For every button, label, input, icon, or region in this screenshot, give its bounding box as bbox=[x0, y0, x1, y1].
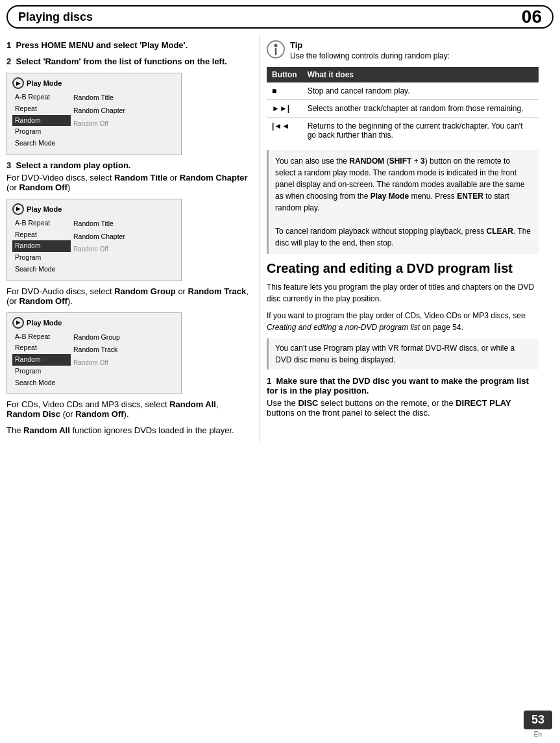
svg-point-1 bbox=[274, 44, 278, 47]
menu-left-2: A-B Repeat Repeat Random Program Search … bbox=[12, 218, 71, 275]
menu-right-item-title-2: Random Title bbox=[73, 218, 176, 231]
step-2-text: Select 'Random' from the list of functio… bbox=[16, 57, 226, 66]
menu-item-random-2: Random bbox=[12, 240, 71, 252]
section-text-2: If you want to program the play order of… bbox=[267, 310, 539, 333]
screenshot-1-label: Play Mode bbox=[27, 79, 62, 87]
table-cell-stop-desc: Stop and cancel random play. bbox=[302, 82, 539, 100]
menu-right-item-group: Random Group bbox=[73, 331, 176, 344]
tip-text: Use the following controls during random… bbox=[290, 51, 450, 60]
menu-item-program-1: Program bbox=[12, 126, 71, 138]
menu-item-search-2: Search Mode bbox=[12, 264, 71, 275]
left-column: 1 Press HOME MENU and select 'Play Mode'… bbox=[6, 34, 260, 442]
menu-right-1: Random Title Random Chapter Random Off bbox=[71, 92, 176, 149]
menu-right-item-chapter-1: Random Chapter bbox=[73, 105, 176, 118]
page-number: 53 bbox=[524, 711, 552, 729]
table-row-skip-back: |◄◄ Returns to the beginning of the curr… bbox=[267, 118, 539, 144]
screenshot-2-header: ▶ Play Mode bbox=[12, 203, 176, 215]
screenshot-2: ▶ Play Mode A-B Repeat Repeat Random Pro… bbox=[6, 199, 182, 281]
screenshot-3-content: A-B Repeat Repeat Random Program Search … bbox=[12, 331, 176, 389]
menu-left-1: A-B Repeat Repeat Random Program Search … bbox=[12, 92, 71, 149]
random-mode-note: You can also use the RANDOM (SHIFT + 3) … bbox=[267, 150, 539, 254]
menu-item-random-1: Random bbox=[12, 115, 71, 127]
page-header: Playing discs 06 bbox=[6, 5, 554, 29]
step-3-dvd-video: For DVD-Video discs, select Random Title… bbox=[6, 173, 249, 192]
right-step-1-text: Use the DISC select buttons on the remot… bbox=[267, 398, 539, 418]
chapter-number: 06 bbox=[522, 6, 542, 27]
menu-right-3: Random Group Random Track Random Off bbox=[71, 331, 176, 389]
dvd-audio-text: For DVD-Audio discs, select Random Group… bbox=[6, 286, 249, 306]
play-mode-icon-2: ▶ bbox=[12, 203, 24, 215]
tip-content: Tip Use the following controls during ra… bbox=[290, 40, 450, 60]
language-label: En bbox=[534, 731, 542, 738]
table-cell-skip-back-icon: |◄◄ bbox=[267, 118, 302, 144]
menu-right-item-off-2: Random Off bbox=[73, 243, 176, 255]
step-3: 3 Select a random play option. For DVD-V… bbox=[6, 160, 249, 192]
screenshot-3-header: ▶ Play Mode bbox=[12, 317, 176, 329]
random-all-note: The Random All function ignores DVDs loa… bbox=[6, 425, 249, 435]
section-text-1: This feature lets you program the play o… bbox=[267, 281, 539, 305]
menu-left-3: A-B Repeat Repeat Random Program Search … bbox=[12, 331, 71, 389]
main-content: 1 Press HOME MENU and select 'Play Mode'… bbox=[0, 34, 560, 442]
menu-item-random-3: Random bbox=[12, 354, 71, 366]
table-cell-skip-forward-desc: Selects another track/chapter at random … bbox=[302, 100, 539, 118]
caution-note: You can't use Program play with VR forma… bbox=[267, 338, 539, 370]
table-cell-skip-back-desc: Returns to the beginning of the current … bbox=[302, 118, 539, 144]
random-note-p2: To cancel random playback without stoppi… bbox=[275, 225, 532, 249]
menu-right-item-off-3: Random Off bbox=[73, 357, 176, 369]
screenshot-1-header: ▶ Play Mode bbox=[12, 77, 176, 89]
menu-item-repeat-2: Repeat bbox=[12, 229, 71, 241]
page-title: Playing discs bbox=[18, 10, 93, 24]
right-column: Tip Use the following controls during ra… bbox=[260, 34, 539, 442]
screenshot-3-label: Play Mode bbox=[27, 319, 62, 327]
menu-item-repeat-1: Repeat bbox=[12, 103, 71, 115]
step-3-title: 3 Select a random play option. bbox=[6, 160, 249, 170]
menu-item-search-1: Search Mode bbox=[12, 138, 71, 149]
tip-icon bbox=[267, 40, 285, 58]
right-step-1-num: 1 Make sure that the DVD disc you want t… bbox=[267, 376, 529, 396]
page-footer: 53 En bbox=[524, 711, 552, 738]
table-row-stop: ■ Stop and cancel random play. bbox=[267, 82, 539, 100]
menu-item-ab-repeat-1: A-B Repeat bbox=[12, 92, 71, 103]
menu-item-search-3: Search Mode bbox=[12, 377, 71, 389]
table-cell-skip-forward-icon: ►►| bbox=[267, 100, 302, 118]
screenshot-1: ▶ Play Mode A-B Repeat Repeat Random Pro… bbox=[6, 73, 182, 155]
menu-item-program-3: Program bbox=[12, 366, 71, 377]
play-mode-icon-3: ▶ bbox=[12, 317, 24, 329]
table-col-button: Button bbox=[267, 67, 302, 82]
cds-text: For CDs, Video CDs and MP3 discs, select… bbox=[6, 399, 249, 419]
play-mode-icon-1: ▶ bbox=[12, 77, 24, 89]
step-1-text: Press HOME MENU and select 'Play Mode'. bbox=[16, 40, 188, 50]
section-heading: Creating and editing a DVD program list bbox=[267, 260, 539, 276]
menu-item-program-2: Program bbox=[12, 252, 71, 264]
screenshot-2-content: A-B Repeat Repeat Random Program Search … bbox=[12, 218, 176, 275]
menu-right-item-track: Random Track bbox=[73, 344, 176, 357]
screenshot-2-label: Play Mode bbox=[27, 205, 62, 213]
tip-box: Tip Use the following controls during ra… bbox=[267, 40, 539, 60]
right-step-1: 1 Make sure that the DVD disc you want t… bbox=[267, 376, 539, 418]
menu-right-2: Random Title Random Chapter Random Off bbox=[71, 218, 176, 275]
menu-item-repeat-3: Repeat bbox=[12, 342, 71, 354]
screenshot-3: ▶ Play Mode A-B Repeat Repeat Random Pro… bbox=[6, 312, 182, 395]
step-2-num: 2 bbox=[6, 57, 11, 66]
step-1-num: 1 bbox=[6, 40, 11, 50]
random-note-p1: You can also use the RANDOM (SHIFT + 3) … bbox=[275, 155, 532, 214]
step-2: 2 Select 'Random' from the list of funct… bbox=[6, 57, 249, 66]
button-table: Button What it does ■ Stop and cancel ra… bbox=[267, 67, 539, 144]
table-cell-stop-icon: ■ bbox=[267, 82, 302, 100]
menu-right-item-title-1: Random Title bbox=[73, 92, 176, 105]
screenshot-1-content: A-B Repeat Repeat Random Program Search … bbox=[12, 92, 176, 149]
menu-item-ab-repeat-2: A-B Repeat bbox=[12, 218, 71, 229]
menu-item-ab-repeat-3: A-B Repeat bbox=[12, 331, 71, 343]
step-1: 1 Press HOME MENU and select 'Play Mode'… bbox=[6, 40, 249, 50]
tip-label: Tip bbox=[290, 40, 450, 50]
table-row-skip-forward: ►►| Selects another track/chapter at ran… bbox=[267, 100, 539, 118]
menu-right-item-off-1: Random Off bbox=[73, 118, 176, 130]
table-col-what: What it does bbox=[302, 67, 539, 82]
menu-right-item-chapter-2: Random Chapter bbox=[73, 231, 176, 244]
